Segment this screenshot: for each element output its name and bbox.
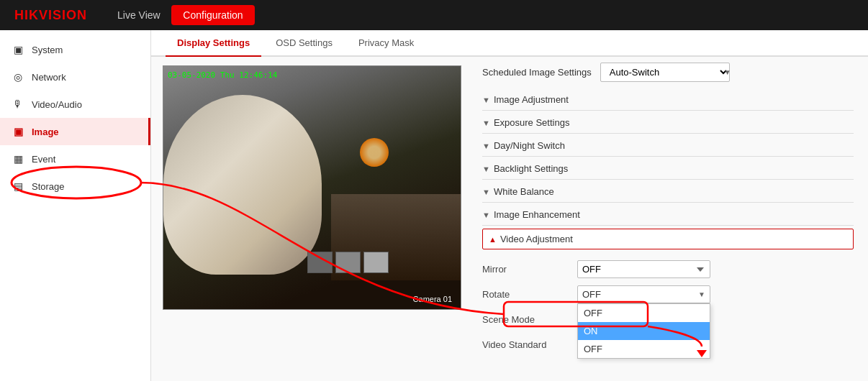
image-adjustment-arrow: ▼ — [482, 96, 490, 104]
section-exposure-label: Exposure Settings — [494, 117, 570, 128]
section-backlight-label: Backlight Settings — [494, 163, 568, 174]
logo: HIKVISION — [14, 8, 87, 23]
sidebar-label-image: Image — [32, 127, 59, 137]
section-image-enhancement-label: Image Enhancement — [494, 209, 580, 220]
image-enhancement-arrow: ▼ — [482, 211, 490, 219]
storage-icon: ▤ — [12, 180, 24, 193]
section-daynight-switch[interactable]: ▼ Day/Night Switch — [482, 135, 854, 157]
video-adjustment-arrow: ▲ — [489, 235, 497, 244]
tab-osd-settings[interactable]: OSD Settings — [264, 30, 344, 57]
rotate-current-value: OFF — [582, 289, 601, 300]
camera-frame: 03-05-2020 Thu 12:46:14 Camera 01 — [163, 65, 461, 310]
section-exposure-settings[interactable]: ▼ Exposure Settings — [482, 112, 854, 134]
event-icon: ▦ — [12, 152, 24, 165]
rotate-select-display[interactable]: OFF ▼ — [577, 285, 710, 303]
rotate-option-on[interactable]: ON — [578, 322, 710, 340]
sidebar-item-video-audio[interactable]: 🎙 Video/Audio — [0, 91, 150, 118]
sidebar: ▣ System ◎ Network 🎙 Video/Audio ▣ Image… — [0, 30, 151, 381]
section-image-adjustment-label: Image Adjustment — [494, 94, 569, 105]
tab-display-settings[interactable]: Display Settings — [166, 30, 261, 57]
video-adjustment-content: Mirror OFF ON Rotate OFF ▼ — [482, 252, 854, 360]
section-image-enhancement[interactable]: ▼ Image Enhancement — [482, 204, 854, 226]
sidebar-item-event[interactable]: ▦ Event — [0, 145, 150, 173]
daynight-arrow: ▼ — [482, 142, 490, 150]
section-white-balance-label: White Balance — [494, 186, 554, 197]
nav-live-view[interactable]: Live View — [109, 4, 169, 27]
image-icon: ▣ — [12, 125, 24, 138]
section-white-balance[interactable]: ▼ White Balance — [482, 181, 854, 203]
scene-mode-label: Scene Mode — [482, 314, 569, 325]
logo-vision: VISION — [39, 8, 87, 22]
sidebar-label-storage: Storage — [32, 181, 65, 192]
white-balance-arrow: ▼ — [482, 188, 490, 196]
tab-privacy-mask[interactable]: Privacy Mask — [347, 30, 425, 57]
section-image-adjustment[interactable]: ▼ Image Adjustment — [482, 89, 854, 111]
rotate-row: Rotate OFF ▼ OFF ON OFF — [482, 282, 854, 307]
header: HIKVISION Live View Configuration — [0, 0, 868, 30]
section-video-adjustment[interactable]: ▲ Video Adjustment — [482, 229, 854, 249]
scheduled-row: Scheduled Image Settings Auto-Switch Sch… — [482, 63, 854, 82]
network-icon: ◎ — [12, 70, 24, 83]
main-layout: ▣ System ◎ Network 🎙 Video/Audio ▣ Image… — [0, 30, 868, 381]
video-standard-label: Video Standard — [482, 339, 569, 350]
sidebar-item-system[interactable]: ▣ System — [0, 36, 150, 63]
settings-area: 03-05-2020 Thu 12:46:14 Camera 01 Schedu… — [151, 57, 868, 377]
mirror-select[interactable]: OFF ON — [577, 260, 710, 278]
section-daynight-label: Day/Night Switch — [494, 140, 565, 151]
scheduled-label: Scheduled Image Settings — [482, 67, 592, 78]
backlight-arrow: ▼ — [482, 165, 490, 173]
sidebar-item-storage[interactable]: ▤ Storage — [0, 173, 150, 200]
content-area: Display Settings OSD Settings Privacy Ma… — [151, 30, 868, 381]
system-icon: ▣ — [12, 43, 24, 56]
sidebar-label-event: Event — [32, 154, 55, 165]
settings-panel: Scheduled Image Settings Auto-Switch Sch… — [468, 57, 868, 377]
scheduled-select[interactable]: Auto-Switch Scheduled — [600, 63, 730, 82]
camera-label: Camera 01 — [413, 295, 452, 303]
rotate-label: Rotate — [482, 289, 569, 300]
section-backlight-settings[interactable]: ▼ Backlight Settings — [482, 158, 854, 180]
mirror-row: Mirror OFF ON — [482, 257, 854, 282]
mirror-label: Mirror — [482, 264, 569, 275]
camera-timestamp: 03-05-2020 Thu 12:46:14 — [168, 70, 277, 80]
logo-hik: HIK — [14, 8, 39, 22]
nav-configuration[interactable]: Configuration — [171, 5, 254, 25]
camera-preview-panel: 03-05-2020 Thu 12:46:14 Camera 01 — [151, 57, 468, 377]
rotate-option-off[interactable]: OFF — [578, 304, 710, 322]
rotate-dropdown-list: OFF ON OFF — [577, 303, 710, 359]
tab-bar: Display Settings OSD Settings Privacy Ma… — [151, 30, 868, 57]
section-video-adjustment-label: Video Adjustment — [500, 234, 573, 244]
rotate-dropdown-arrow: ▼ — [698, 290, 705, 298]
sidebar-label-system: System — [32, 45, 63, 55]
rotate-dropdown-container: OFF ▼ OFF ON OFF — [577, 285, 710, 303]
main-nav: Live View Configuration — [109, 9, 255, 21]
rotate-option-off2[interactable]: OFF — [578, 340, 710, 358]
video-audio-icon: 🎙 — [12, 98, 24, 111]
exposure-settings-arrow: ▼ — [482, 119, 490, 127]
sidebar-item-image[interactable]: ▣ Image — [0, 118, 150, 145]
sidebar-item-network[interactable]: ◎ Network — [0, 63, 150, 91]
sidebar-label-network: Network — [32, 72, 66, 83]
sidebar-label-video-audio: Video/Audio — [32, 99, 82, 110]
